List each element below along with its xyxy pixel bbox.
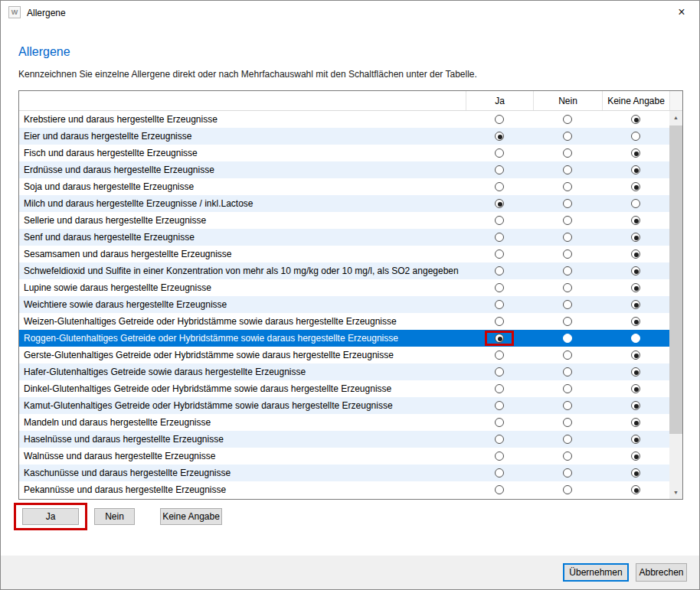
radio-keine-angabe-icon[interactable]: [631, 350, 640, 360]
abbrechen-button[interactable]: Abbrechen: [636, 563, 687, 582]
radio-nein-icon[interactable]: [563, 300, 572, 309]
radio-nein-icon[interactable]: [563, 148, 572, 158]
radio-cell-ja[interactable]: [466, 448, 533, 464]
radio-cell-ja[interactable]: [466, 331, 533, 346]
radio-cell-keine-angabe[interactable]: [602, 448, 669, 464]
radio-cell-nein[interactable]: [533, 213, 602, 228]
scrollbar-track[interactable]: [669, 124, 682, 486]
radio-ja-icon[interactable]: [495, 233, 504, 242]
radio-cell-keine-angabe[interactable]: [602, 263, 669, 279]
table-row[interactable]: Pekannüsse und daraus hergestellte Erzeu…: [19, 481, 669, 498]
radio-cell-nein[interactable]: [533, 162, 602, 178]
radio-ja-icon[interactable]: [495, 199, 504, 208]
radio-cell-keine-angabe[interactable]: [602, 179, 669, 194]
table-row[interactable]: Fisch und daraus hergestellte Erzeugniss…: [19, 145, 669, 161]
radio-cell-nein[interactable]: [533, 381, 602, 396]
table-row[interactable]: Sellerie und daraus hergestellte Erzeugn…: [19, 212, 669, 229]
radio-keine-angabe-icon[interactable]: [631, 451, 640, 461]
radio-cell-keine-angabe[interactable]: [602, 482, 669, 497]
table-row[interactable]: Haselnüsse und daraus hergestellte Erzeu…: [19, 431, 669, 448]
radio-cell-keine-angabe[interactable]: [602, 196, 669, 211]
radio-keine-angabe-icon[interactable]: [631, 334, 640, 343]
radio-cell-keine-angabe[interactable]: [602, 465, 669, 481]
radio-nein-icon[interactable]: [563, 401, 572, 410]
radio-cell-ja[interactable]: [466, 145, 533, 161]
radio-cell-nein[interactable]: [533, 230, 602, 245]
radio-keine-angabe-icon[interactable]: [631, 132, 640, 141]
table-row[interactable]: Weizen-Glutenhaltiges Getreide oder Hybr…: [19, 313, 669, 330]
scroll-down-icon[interactable]: ▼: [669, 486, 682, 499]
radio-ja-icon[interactable]: [495, 401, 504, 410]
radio-ja-icon[interactable]: [495, 148, 504, 158]
radio-cell-keine-angabe[interactable]: [602, 364, 669, 380]
radio-cell-keine-angabe[interactable]: [602, 230, 669, 245]
radio-keine-angabe-icon[interactable]: [631, 182, 640, 191]
table-row[interactable]: Dinkel-Glutenhaltiges Getreide oder Hybr…: [19, 380, 669, 397]
radio-keine-angabe-icon[interactable]: [631, 367, 640, 376]
scrollbar-thumb[interactable]: [669, 125, 682, 434]
radio-ja-icon[interactable]: [495, 283, 504, 292]
radio-keine-angabe-icon[interactable]: [631, 485, 640, 494]
uebernehmen-button[interactable]: Übernehmen: [563, 563, 629, 582]
radio-nein-icon[interactable]: [563, 367, 572, 376]
radio-keine-angabe-icon[interactable]: [631, 317, 640, 326]
radio-nein-icon[interactable]: [563, 350, 572, 360]
radio-ja-icon[interactable]: [495, 165, 504, 174]
radio-cell-nein[interactable]: [533, 112, 602, 127]
keine-angabe-button[interactable]: Keine Angabe: [160, 508, 222, 525]
table-row[interactable]: Schwefeldioxid und Sulfite in einer Konz…: [19, 262, 669, 279]
table-row[interactable]: Soja und daraus hergestellte Erzeugnisse: [19, 178, 669, 195]
radio-cell-keine-angabe[interactable]: [602, 246, 669, 262]
radio-keine-angabe-icon[interactable]: [631, 300, 640, 309]
radio-keine-angabe-icon[interactable]: [631, 199, 640, 208]
radio-keine-angabe-icon[interactable]: [631, 468, 640, 478]
radio-ja-icon[interactable]: [495, 367, 504, 376]
radio-cell-keine-angabe[interactable]: [602, 415, 669, 430]
radio-cell-nein[interactable]: [533, 432, 602, 447]
radio-nein-icon[interactable]: [563, 283, 572, 292]
radio-keine-angabe-icon[interactable]: [631, 384, 640, 393]
radio-cell-keine-angabe[interactable]: [602, 381, 669, 396]
radio-cell-nein[interactable]: [533, 179, 602, 194]
radio-cell-nein[interactable]: [533, 364, 602, 380]
table-row[interactable]: Mandeln und daraus hergestellte Erzeugni…: [19, 414, 669, 431]
radio-ja-icon[interactable]: [495, 451, 504, 461]
radio-cell-ja[interactable]: [466, 162, 533, 178]
radio-nein-icon[interactable]: [563, 216, 572, 225]
radio-cell-keine-angabe[interactable]: [602, 280, 669, 295]
radio-cell-nein[interactable]: [533, 280, 602, 295]
radio-ja-icon[interactable]: [495, 435, 504, 444]
radio-cell-ja[interactable]: [466, 364, 533, 380]
radio-keine-angabe-icon[interactable]: [631, 266, 640, 275]
radio-nein-icon[interactable]: [563, 132, 572, 141]
radio-cell-keine-angabe[interactable]: [602, 398, 669, 413]
radio-cell-keine-angabe[interactable]: [602, 347, 669, 363]
radio-cell-ja[interactable]: [466, 230, 533, 245]
radio-cell-ja[interactable]: [466, 347, 533, 363]
radio-keine-angabe-icon[interactable]: [631, 165, 640, 174]
radio-cell-nein[interactable]: [533, 246, 602, 262]
radio-cell-nein[interactable]: [533, 263, 602, 279]
table-row[interactable]: Kamut-Glutenhaltiges Getreide oder Hybri…: [19, 397, 669, 414]
table-row[interactable]: Senf und daraus hergestellte Erzeugnisse: [19, 229, 669, 246]
radio-cell-nein[interactable]: [533, 314, 602, 329]
radio-cell-ja[interactable]: [466, 297, 533, 312]
radio-cell-keine-angabe[interactable]: [602, 145, 669, 161]
radio-cell-ja[interactable]: [466, 196, 533, 211]
radio-keine-angabe-icon[interactable]: [631, 401, 640, 410]
table-row[interactable]: Milch und daraus hergestellte Erzeugniss…: [19, 195, 669, 212]
ja-button[interactable]: Ja: [22, 508, 79, 525]
radio-cell-nein[interactable]: [533, 448, 602, 464]
radio-ja-icon[interactable]: [495, 182, 504, 191]
radio-nein-icon[interactable]: [563, 165, 572, 174]
radio-cell-ja[interactable]: [466, 179, 533, 194]
radio-cell-nein[interactable]: [533, 297, 602, 312]
radio-nein-icon[interactable]: [563, 182, 572, 191]
table-row[interactable]: Roggen-Glutenhaltiges Getreide oder Hybr…: [19, 330, 669, 347]
radio-cell-nein[interactable]: [533, 415, 602, 430]
radio-cell-keine-angabe[interactable]: [602, 162, 669, 178]
radio-ja-icon[interactable]: [495, 300, 504, 309]
radio-ja-icon[interactable]: [495, 266, 504, 275]
radio-ja-icon[interactable]: [495, 216, 504, 225]
radio-cell-nein[interactable]: [533, 196, 602, 211]
